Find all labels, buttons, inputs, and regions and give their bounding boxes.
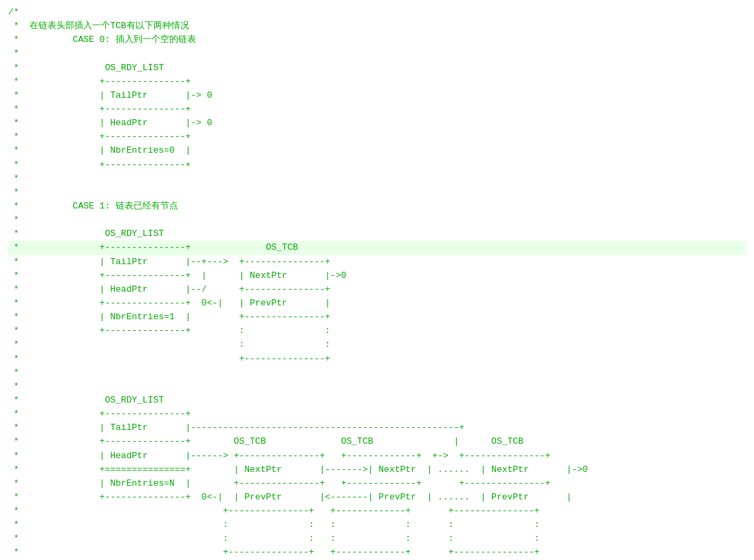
code-line: * | HeadPtr |--/ +---------------+ [8, 283, 746, 297]
code-line: * [8, 380, 746, 394]
code-line: * +---------------+ OS_TCB [8, 241, 746, 255]
code-line: * CASE 0: 插入到一个空的链表 [8, 33, 746, 47]
code-line: * [8, 366, 746, 380]
code-line: * +---------------+ [8, 407, 746, 421]
code-line: * OS_RDY_LIST [8, 227, 746, 241]
code-line: * | HeadPtr |-> 0 [8, 116, 746, 130]
code-line: * +---------------+ +-------------+ +---… [8, 504, 746, 518]
code-line: * [8, 172, 746, 186]
code-line: * +---------------+ [8, 75, 746, 89]
code-line: * OS_RDY_LIST [8, 61, 746, 75]
code-line: * : : : : : : [8, 518, 746, 532]
code-line: * +---------------+ : : [8, 324, 746, 338]
code-line: /* [8, 6, 746, 19]
code-line: * OS_RDY_LIST [8, 394, 746, 407]
code-line: * +---------------+ | | NextPtr |->0 [8, 269, 746, 283]
code-line: * [8, 47, 746, 61]
code-block: /* * 在链表头部插入一个TCB有以下两种情况 * CASE 0: 插入到一个… [0, 0, 754, 560]
code-line: * 在链表头部插入一个TCB有以下两种情况 [8, 19, 746, 33]
code-line: * | HeadPtr |------> +---------------+ +… [8, 449, 746, 463]
code-line: * +---------------+ [8, 158, 746, 172]
code-line: * +---------------+ [8, 130, 746, 144]
code-line: * | NbrEntries=0 | [8, 144, 746, 158]
code-line: * | TailPtr |---------------------------… [8, 421, 746, 435]
code-line: * : : : : : : [8, 532, 746, 546]
code-line: * +---------------+ 0<-| | PrevPtr |<---… [8, 491, 746, 504]
code-line: * [8, 186, 746, 200]
code-line: * +---------------+ 0<-| | PrevPtr | [8, 297, 746, 310]
code-line: * +---------------+ [8, 103, 746, 116]
code-line: * | TailPtr |--+---> +---------------+ [8, 255, 746, 269]
code-line: * +---------------+ OS_TCB OS_TCB | OS_T… [8, 435, 746, 449]
code-line: * : : [8, 338, 746, 352]
code-line: * | NbrEntries=1 | +---------------+ [8, 310, 746, 324]
code-line: * +---------------+ [8, 352, 746, 366]
code-line: * +---------------+ +-------------+ +---… [8, 546, 746, 559]
code-line: * | NbrEntries=N | +---------------+ +--… [8, 477, 746, 491]
code-line: * CASE 1: 链表已经有节点 [8, 200, 746, 213]
code-line: * [8, 213, 746, 227]
code-line: * | TailPtr |-> 0 [8, 89, 746, 103]
code-line: * +===============+ | NextPtr |------->|… [8, 463, 746, 477]
